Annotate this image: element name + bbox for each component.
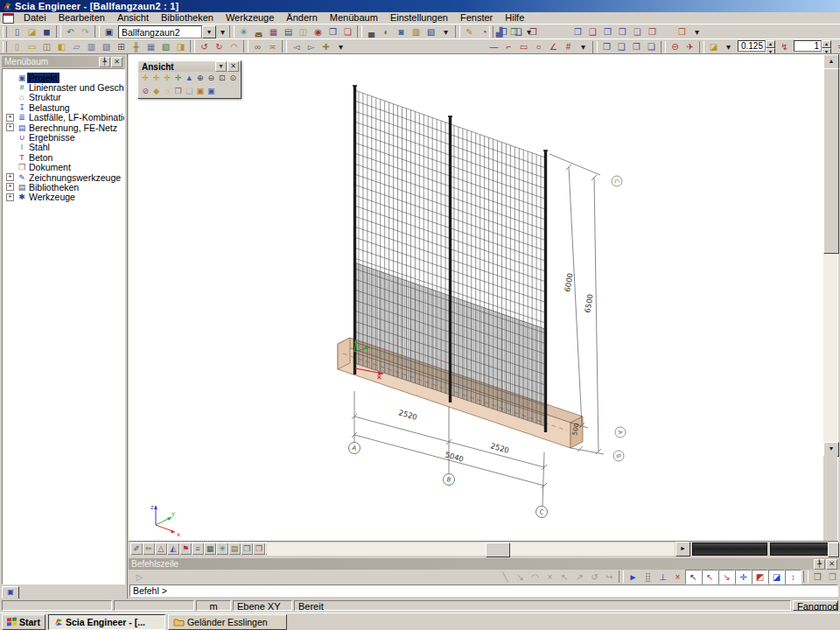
- filter-11-icon[interactable]: ❐: [645, 25, 660, 38]
- snap-intersect-icon[interactable]: ×: [542, 570, 557, 584]
- filter-12-icon[interactable]: ❏: [660, 25, 675, 38]
- close-icon[interactable]: ✕: [228, 61, 239, 72]
- mesh-view-icon[interactable]: ✳: [216, 542, 228, 555]
- panel-tab[interactable]: ▣: [2, 586, 19, 599]
- print-dropdown-icon[interactable]: ▾: [438, 25, 453, 38]
- tree-item-belastung[interactable]: + ↧ Belastung: [3, 102, 124, 112]
- circle-icon[interactable]: ○: [531, 40, 546, 53]
- scroll-up-icon[interactable]: ▲: [823, 54, 839, 69]
- zoom-all-icon[interactable]: ⊙: [228, 73, 239, 84]
- filter-2-icon[interactable]: ❑: [511, 25, 526, 38]
- mirror-entity-icon[interactable]: ❒: [629, 40, 644, 53]
- calculator-icon[interactable]: ▦: [266, 25, 281, 38]
- history-icon[interactable]: ▷: [132, 570, 147, 584]
- view-z-icon[interactable]: ✛: [162, 73, 173, 84]
- toolbar-grip[interactable]: [3, 41, 7, 52]
- win-2-icon[interactable]: ❐: [253, 542, 265, 555]
- cursor-snap-icon[interactable]: ►: [626, 570, 640, 584]
- scroll-down-icon[interactable]: ▼: [823, 442, 839, 457]
- close-project-icon[interactable]: ▣: [102, 25, 116, 38]
- document-icon[interactable]: [3, 13, 14, 24]
- expand-icon[interactable]: +: [6, 173, 14, 181]
- snap-midpoint-icon[interactable]: ↘: [513, 570, 528, 584]
- folder-b-icon[interactable]: ❒: [825, 570, 840, 584]
- start-button[interactable]: Start: [2, 614, 46, 630]
- rectangle-icon[interactable]: ▭: [516, 40, 531, 53]
- folder-a-icon[interactable]: ❒: [810, 570, 825, 584]
- ansicht-caption[interactable]: Ansicht ▾ ✕: [138, 61, 241, 72]
- vertical-scrollbar[interactable]: ▲ ▼: [823, 54, 837, 541]
- save-icon[interactable]: ◼: [39, 25, 54, 38]
- image-gallery-icon[interactable]: ◉: [311, 25, 326, 38]
- render-icon[interactable]: ☼: [162, 86, 173, 97]
- connect-icon[interactable]: ◅: [289, 40, 304, 53]
- expand-icon[interactable]: +: [6, 193, 14, 201]
- grid-icon[interactable]: #: [561, 40, 576, 53]
- menu-item[interactable]: Einstellungen: [384, 12, 454, 24]
- mode-2-icon[interactable]: ↖: [702, 570, 718, 584]
- shade-off-icon[interactable]: ❑: [184, 86, 195, 97]
- mode-6-icon[interactable]: ◪: [768, 570, 785, 584]
- export-icon[interactable]: ▧: [424, 25, 438, 38]
- wall-icon[interactable]: ▥: [84, 40, 99, 53]
- zoom-out-icon[interactable]: ⊖: [206, 73, 217, 84]
- undo-icon[interactable]: ↶: [63, 25, 78, 38]
- view-y-icon[interactable]: ✛: [151, 73, 163, 84]
- filter-9-icon[interactable]: ❒: [615, 25, 630, 38]
- count-spinner[interactable]: ▲▼: [794, 40, 831, 53]
- project-manager-icon[interactable]: ✳: [236, 25, 251, 38]
- tree-item-projekt[interactable]: + ▣ Projekt: [3, 73, 124, 82]
- filters-dropdown-icon[interactable]: ▾: [690, 25, 704, 38]
- expand-icon[interactable]: +: [6, 123, 14, 131]
- picture-icon[interactable]: ◙: [394, 25, 409, 38]
- member-2d-icon[interactable]: ◫: [39, 40, 54, 53]
- mode-7-icon[interactable]: ↕: [785, 570, 802, 584]
- filter-4-icon[interactable]: ❐: [541, 25, 556, 38]
- clipboard-icon[interactable]: ▥: [409, 25, 424, 38]
- shell-icon[interactable]: ▨: [99, 40, 114, 53]
- filter-5-icon[interactable]: ❏: [556, 25, 570, 38]
- menu-item[interactable]: Bibliotheken: [155, 12, 220, 24]
- snap-8-icon[interactable]: ↪: [602, 570, 617, 584]
- pin-icon[interactable]: ╄: [814, 559, 825, 570]
- rib-icon[interactable]: ╫: [129, 40, 144, 53]
- axo-icon[interactable]: △: [155, 542, 167, 555]
- expand-icon[interactable]: +: [6, 114, 14, 122]
- filter-6-icon[interactable]: ❒: [570, 25, 585, 38]
- params-icon[interactable]: ▣: [195, 86, 206, 97]
- dark-pane-2[interactable]: [770, 542, 836, 556]
- dark-pane-1[interactable]: [692, 542, 767, 556]
- mode-5-icon[interactable]: ◩: [752, 570, 768, 584]
- window-set-icon[interactable]: ❏: [340, 25, 355, 38]
- project-list-dropdown-icon[interactable]: ▾: [218, 25, 228, 38]
- xy-table-icon[interactable]: ▤: [281, 25, 296, 38]
- menu-item[interactable]: Hilfe: [499, 12, 530, 24]
- status-unit[interactable]: m: [196, 600, 231, 611]
- tree-item-struktur[interactable]: + ⌂ Struktur: [3, 93, 124, 102]
- move-entity-icon[interactable]: ❑: [614, 40, 629, 53]
- plate-icon[interactable]: ▱: [69, 40, 84, 53]
- tree-item-lastfaelle[interactable]: + ≣ Lastfälle, LF-Kombinationen: [3, 113, 124, 122]
- copy-entity-icon[interactable]: ❐: [599, 40, 614, 53]
- snap-arc-icon[interactable]: ◠: [528, 570, 542, 584]
- member-dropdown-icon[interactable]: ▾: [333, 40, 348, 53]
- snap-endpoint-icon[interactable]: ╲: [498, 570, 513, 584]
- rotate-2-icon[interactable]: ↻: [212, 40, 227, 53]
- filter-8-icon[interactable]: ❐: [600, 25, 615, 38]
- scale-down-icon[interactable]: ▼: [766, 48, 775, 54]
- task-scia-engineer[interactable]: Scia Engineer - [...: [48, 614, 165, 630]
- mode-1-icon[interactable]: ↖: [685, 570, 702, 584]
- project-combo[interactable]: Ballfangzaun2 ▾: [118, 25, 216, 38]
- filter-10-icon[interactable]: ❑: [630, 25, 645, 38]
- close-icon[interactable]: ✕: [826, 559, 837, 570]
- title-bar[interactable]: Scia Engineer - [Ballfangzaun2 : 1]: [0, 0, 840, 12]
- notebook-icon[interactable]: ◫: [296, 25, 311, 38]
- tree-item-linienraster[interactable]: + # Linienraster und Geschosse: [3, 82, 124, 92]
- haunch-icon[interactable]: ◧: [54, 40, 69, 53]
- filter-1-icon[interactable]: ❒: [496, 25, 511, 38]
- dot-grid-icon[interactable]: ⣿: [640, 570, 655, 584]
- count-input[interactable]: [794, 40, 822, 52]
- horizontal-scroll-thumb[interactable]: [486, 542, 510, 557]
- mode-3-icon[interactable]: ↘: [718, 570, 735, 584]
- open-icon[interactable]: ◪: [24, 25, 39, 38]
